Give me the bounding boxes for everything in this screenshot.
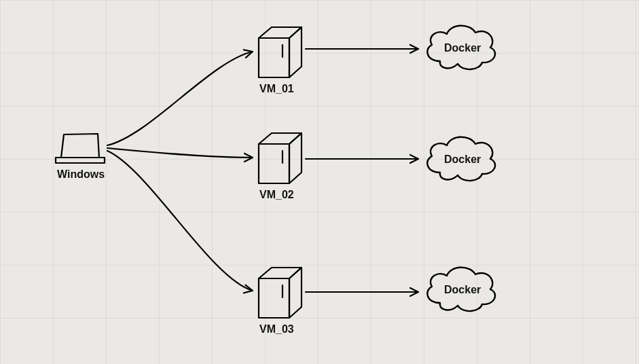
- arrow-windows-to-vm2: [107, 148, 253, 162]
- source-label: Windows: [57, 168, 105, 181]
- diagram-canvas: [0, 0, 639, 364]
- arrow-windows-to-vm1: [107, 48, 254, 145]
- vm-box-1: [259, 27, 302, 77]
- vm2-label: VM_02: [259, 189, 294, 201]
- arrow-windows-to-vm3: [107, 151, 253, 295]
- vm3-label: VM_03: [259, 323, 294, 335]
- laptop-icon: [56, 134, 105, 163]
- arrow-vm1-to-docker1: [306, 45, 418, 53]
- vm-box-2: [259, 133, 302, 183]
- cloud2-label: Docker: [444, 153, 481, 166]
- cloud3-label: Docker: [444, 284, 481, 296]
- arrow-vm3-to-docker3: [306, 288, 418, 296]
- vm1-label: VM_01: [259, 83, 294, 95]
- cloud1-label: Docker: [444, 42, 481, 54]
- arrow-vm2-to-docker2: [306, 155, 418, 163]
- vm-box-3: [259, 268, 302, 318]
